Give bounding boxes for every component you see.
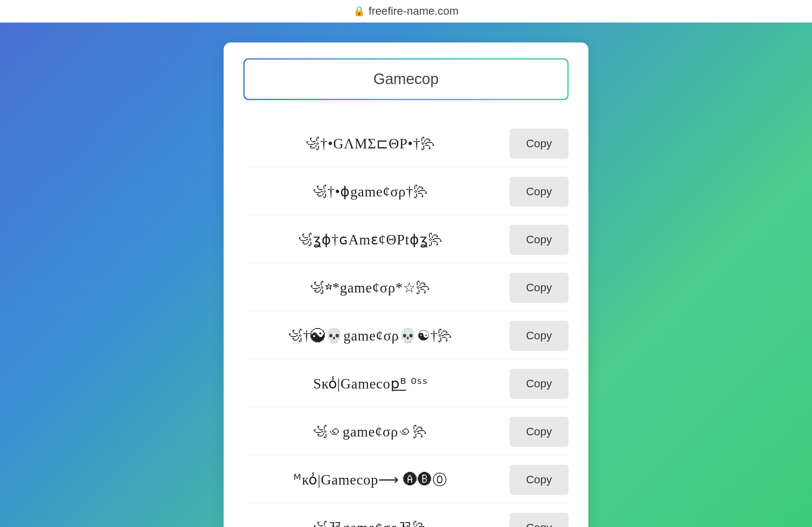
name-text-8: ᴹко̾|Gamecop⟶ 🅐🅑⓪: [243, 470, 498, 490]
copy-button-4[interactable]: Copy: [509, 273, 569, 303]
top-bar: 🔒 freefire-name.com: [0, 0, 812, 23]
name-row: ꧁꾨game¢σρ꾨꧂Copy: [243, 504, 569, 527]
copy-button-8[interactable]: Copy: [509, 465, 569, 495]
name-row: ꧁☆*game¢σρ*☆꧂Copy: [243, 264, 569, 312]
name-row: Sко̾|Gamecop͟ᴮ ⁰ˢˢCopy: [243, 360, 569, 408]
name-text-9: ꧁꾨game¢σρ꾨꧂: [243, 518, 498, 527]
name-text-2: ꧁†•ɸgame¢σρ†꧂: [243, 183, 498, 200]
copy-button-6[interactable]: Copy: [509, 369, 569, 399]
name-text-5: ꧁†☯💀game¢σρ💀☯†꧂: [243, 327, 498, 344]
copy-button-1[interactable]: Copy: [509, 129, 569, 159]
name-text-1: ꧁†•GΛMΣ⊏ΘP•†꧂: [243, 135, 498, 152]
name-text-3: ꧁ʓɸ†ɢAmɛ¢ΘPtɸʓ꧂: [243, 231, 498, 248]
name-row: ꧁†•GΛMΣ⊏ΘP•†꧂Copy: [243, 120, 569, 168]
name-list: ꧁†•GΛMΣ⊏ΘP•†꧂Copy꧁†•ɸgame¢σρ†꧂Copy꧁ʓɸ†ɢA…: [243, 120, 569, 527]
search-input-wrapper: [243, 58, 569, 100]
name-row: ꧁†☯💀game¢σρ💀☯†꧂Copy: [243, 312, 569, 360]
copy-button-2[interactable]: Copy: [509, 177, 569, 207]
name-text-4: ꧁☆*game¢σρ*☆꧂: [243, 279, 498, 296]
copy-button-9[interactable]: Copy: [509, 513, 569, 527]
name-text-7: ꧁꩜game¢σρ꩜꧂: [243, 423, 498, 440]
search-input[interactable]: [245, 60, 567, 99]
url-text: freefire-name.com: [368, 5, 458, 17]
copy-button-5[interactable]: Copy: [509, 321, 569, 351]
name-text-6: Sко̾|Gamecop͟ᴮ ⁰ˢˢ: [243, 375, 498, 392]
main-card: ꧁†•GΛMΣ⊏ΘP•†꧂Copy꧁†•ɸgame¢σρ†꧂Copy꧁ʓɸ†ɢA…: [224, 42, 588, 527]
name-row: ᴹко̾|Gamecop⟶ 🅐🅑⓪Copy: [243, 456, 569, 504]
copy-button-3[interactable]: Copy: [509, 225, 569, 255]
name-row: ꧁ʓɸ†ɢAmɛ¢ΘPtɸʓ꧂Copy: [243, 216, 569, 264]
name-row: ꧁꩜game¢σρ꩜꧂Copy: [243, 408, 569, 456]
name-row: ꧁†•ɸgame¢σρ†꧂Copy: [243, 168, 569, 216]
lock-icon: 🔒: [353, 6, 365, 17]
copy-button-7[interactable]: Copy: [509, 417, 569, 447]
